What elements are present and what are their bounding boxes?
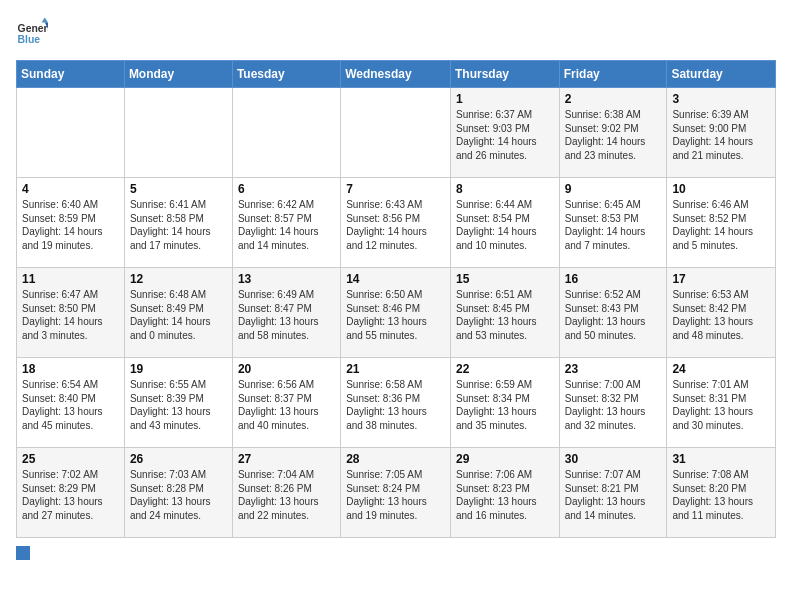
day-info: Sunrise: 6:46 AMSunset: 8:52 PMDaylight:… bbox=[672, 198, 770, 252]
day-number: 6 bbox=[238, 182, 335, 196]
day-number: 29 bbox=[456, 452, 554, 466]
calendar-day-cell: 8Sunrise: 6:44 AMSunset: 8:54 PMDaylight… bbox=[450, 178, 559, 268]
calendar-day-cell: 6Sunrise: 6:42 AMSunset: 8:57 PMDaylight… bbox=[232, 178, 340, 268]
calendar-day-cell: 21Sunrise: 6:58 AMSunset: 8:36 PMDayligh… bbox=[341, 358, 451, 448]
calendar-day-cell: 9Sunrise: 6:45 AMSunset: 8:53 PMDaylight… bbox=[559, 178, 667, 268]
day-number: 25 bbox=[22, 452, 119, 466]
calendar-day-cell: 2Sunrise: 6:38 AMSunset: 9:02 PMDaylight… bbox=[559, 88, 667, 178]
header-sunday: Sunday bbox=[17, 61, 125, 88]
day-number: 10 bbox=[672, 182, 770, 196]
day-info: Sunrise: 7:02 AMSunset: 8:29 PMDaylight:… bbox=[22, 468, 119, 522]
calendar-day-cell: 25Sunrise: 7:02 AMSunset: 8:29 PMDayligh… bbox=[17, 448, 125, 538]
header-monday: Monday bbox=[124, 61, 232, 88]
calendar-week-row: 18Sunrise: 6:54 AMSunset: 8:40 PMDayligh… bbox=[17, 358, 776, 448]
day-info: Sunrise: 6:40 AMSunset: 8:59 PMDaylight:… bbox=[22, 198, 119, 252]
calendar-week-row: 1Sunrise: 6:37 AMSunset: 9:03 PMDaylight… bbox=[17, 88, 776, 178]
header-tuesday: Tuesday bbox=[232, 61, 340, 88]
day-number: 22 bbox=[456, 362, 554, 376]
day-info: Sunrise: 6:42 AMSunset: 8:57 PMDaylight:… bbox=[238, 198, 335, 252]
calendar-day-cell: 3Sunrise: 6:39 AMSunset: 9:00 PMDaylight… bbox=[667, 88, 776, 178]
calendar-day-cell: 17Sunrise: 6:53 AMSunset: 8:42 PMDayligh… bbox=[667, 268, 776, 358]
calendar-day-cell: 30Sunrise: 7:07 AMSunset: 8:21 PMDayligh… bbox=[559, 448, 667, 538]
calendar-week-row: 25Sunrise: 7:02 AMSunset: 8:29 PMDayligh… bbox=[17, 448, 776, 538]
day-number: 4 bbox=[22, 182, 119, 196]
calendar-day-cell: 27Sunrise: 7:04 AMSunset: 8:26 PMDayligh… bbox=[232, 448, 340, 538]
day-info: Sunrise: 7:07 AMSunset: 8:21 PMDaylight:… bbox=[565, 468, 662, 522]
svg-marker-2 bbox=[42, 18, 48, 23]
day-number: 27 bbox=[238, 452, 335, 466]
calendar-day-cell: 10Sunrise: 6:46 AMSunset: 8:52 PMDayligh… bbox=[667, 178, 776, 268]
calendar-day-cell: 15Sunrise: 6:51 AMSunset: 8:45 PMDayligh… bbox=[450, 268, 559, 358]
calendar-day-cell: 28Sunrise: 7:05 AMSunset: 8:24 PMDayligh… bbox=[341, 448, 451, 538]
calendar-day-cell: 26Sunrise: 7:03 AMSunset: 8:28 PMDayligh… bbox=[124, 448, 232, 538]
logo-icon: General Blue bbox=[16, 16, 48, 48]
day-number: 5 bbox=[130, 182, 227, 196]
legend bbox=[16, 546, 776, 560]
day-number: 24 bbox=[672, 362, 770, 376]
day-info: Sunrise: 7:03 AMSunset: 8:28 PMDaylight:… bbox=[130, 468, 227, 522]
day-number: 3 bbox=[672, 92, 770, 106]
calendar-day-cell: 11Sunrise: 6:47 AMSunset: 8:50 PMDayligh… bbox=[17, 268, 125, 358]
day-info: Sunrise: 6:48 AMSunset: 8:49 PMDaylight:… bbox=[130, 288, 227, 342]
empty-cell bbox=[341, 88, 451, 178]
day-info: Sunrise: 6:50 AMSunset: 8:46 PMDaylight:… bbox=[346, 288, 445, 342]
svg-text:Blue: Blue bbox=[18, 34, 41, 45]
calendar-day-cell: 7Sunrise: 6:43 AMSunset: 8:56 PMDaylight… bbox=[341, 178, 451, 268]
day-info: Sunrise: 6:43 AMSunset: 8:56 PMDaylight:… bbox=[346, 198, 445, 252]
day-number: 26 bbox=[130, 452, 227, 466]
day-info: Sunrise: 6:47 AMSunset: 8:50 PMDaylight:… bbox=[22, 288, 119, 342]
day-number: 17 bbox=[672, 272, 770, 286]
day-info: Sunrise: 6:52 AMSunset: 8:43 PMDaylight:… bbox=[565, 288, 662, 342]
empty-cell bbox=[17, 88, 125, 178]
day-info: Sunrise: 6:56 AMSunset: 8:37 PMDaylight:… bbox=[238, 378, 335, 432]
calendar-day-cell: 12Sunrise: 6:48 AMSunset: 8:49 PMDayligh… bbox=[124, 268, 232, 358]
calendar-day-cell: 31Sunrise: 7:08 AMSunset: 8:20 PMDayligh… bbox=[667, 448, 776, 538]
empty-cell bbox=[124, 88, 232, 178]
header-saturday: Saturday bbox=[667, 61, 776, 88]
legend-color-box bbox=[16, 546, 30, 560]
calendar-day-cell: 20Sunrise: 6:56 AMSunset: 8:37 PMDayligh… bbox=[232, 358, 340, 448]
day-info: Sunrise: 6:53 AMSunset: 8:42 PMDaylight:… bbox=[672, 288, 770, 342]
day-number: 23 bbox=[565, 362, 662, 376]
page-header: General Blue bbox=[16, 16, 776, 48]
day-info: Sunrise: 7:06 AMSunset: 8:23 PMDaylight:… bbox=[456, 468, 554, 522]
calendar-week-row: 4Sunrise: 6:40 AMSunset: 8:59 PMDaylight… bbox=[17, 178, 776, 268]
calendar-header-row: SundayMondayTuesdayWednesdayThursdayFrid… bbox=[17, 61, 776, 88]
logo: General Blue bbox=[16, 16, 48, 48]
day-info: Sunrise: 7:04 AMSunset: 8:26 PMDaylight:… bbox=[238, 468, 335, 522]
day-info: Sunrise: 6:55 AMSunset: 8:39 PMDaylight:… bbox=[130, 378, 227, 432]
day-number: 8 bbox=[456, 182, 554, 196]
header-wednesday: Wednesday bbox=[341, 61, 451, 88]
calendar-day-cell: 18Sunrise: 6:54 AMSunset: 8:40 PMDayligh… bbox=[17, 358, 125, 448]
empty-cell bbox=[232, 88, 340, 178]
day-info: Sunrise: 7:00 AMSunset: 8:32 PMDaylight:… bbox=[565, 378, 662, 432]
day-number: 12 bbox=[130, 272, 227, 286]
day-number: 13 bbox=[238, 272, 335, 286]
calendar-day-cell: 24Sunrise: 7:01 AMSunset: 8:31 PMDayligh… bbox=[667, 358, 776, 448]
calendar-day-cell: 1Sunrise: 6:37 AMSunset: 9:03 PMDaylight… bbox=[450, 88, 559, 178]
day-info: Sunrise: 6:39 AMSunset: 9:00 PMDaylight:… bbox=[672, 108, 770, 162]
day-number: 20 bbox=[238, 362, 335, 376]
calendar-day-cell: 29Sunrise: 7:06 AMSunset: 8:23 PMDayligh… bbox=[450, 448, 559, 538]
day-number: 2 bbox=[565, 92, 662, 106]
svg-text:General: General bbox=[18, 23, 48, 34]
calendar-table: SundayMondayTuesdayWednesdayThursdayFrid… bbox=[16, 60, 776, 538]
day-info: Sunrise: 6:44 AMSunset: 8:54 PMDaylight:… bbox=[456, 198, 554, 252]
day-info: Sunrise: 6:58 AMSunset: 8:36 PMDaylight:… bbox=[346, 378, 445, 432]
day-info: Sunrise: 6:59 AMSunset: 8:34 PMDaylight:… bbox=[456, 378, 554, 432]
day-info: Sunrise: 6:51 AMSunset: 8:45 PMDaylight:… bbox=[456, 288, 554, 342]
calendar-day-cell: 19Sunrise: 6:55 AMSunset: 8:39 PMDayligh… bbox=[124, 358, 232, 448]
header-thursday: Thursday bbox=[450, 61, 559, 88]
day-info: Sunrise: 6:41 AMSunset: 8:58 PMDaylight:… bbox=[130, 198, 227, 252]
day-number: 18 bbox=[22, 362, 119, 376]
calendar-day-cell: 5Sunrise: 6:41 AMSunset: 8:58 PMDaylight… bbox=[124, 178, 232, 268]
header-friday: Friday bbox=[559, 61, 667, 88]
calendar-day-cell: 4Sunrise: 6:40 AMSunset: 8:59 PMDaylight… bbox=[17, 178, 125, 268]
day-number: 16 bbox=[565, 272, 662, 286]
day-number: 30 bbox=[565, 452, 662, 466]
day-info: Sunrise: 6:54 AMSunset: 8:40 PMDaylight:… bbox=[22, 378, 119, 432]
day-info: Sunrise: 7:01 AMSunset: 8:31 PMDaylight:… bbox=[672, 378, 770, 432]
day-number: 7 bbox=[346, 182, 445, 196]
day-number: 9 bbox=[565, 182, 662, 196]
day-info: Sunrise: 7:05 AMSunset: 8:24 PMDaylight:… bbox=[346, 468, 445, 522]
